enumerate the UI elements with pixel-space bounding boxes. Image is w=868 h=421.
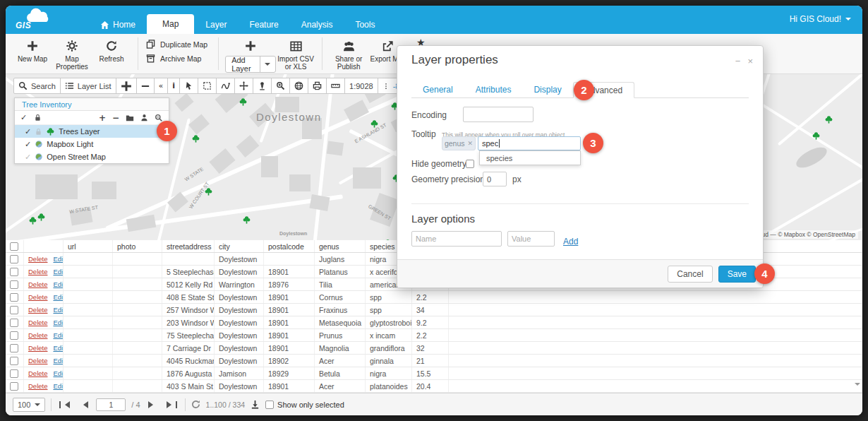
geometry-precision-input[interactable]: 0 — [483, 172, 507, 186]
tree-marker[interactable] — [812, 131, 824, 143]
column-header-genus[interactable]: genus — [315, 240, 366, 252]
delete-link[interactable]: Delete — [28, 319, 47, 326]
row-checkbox[interactable] — [10, 255, 18, 263]
lock-icon[interactable] — [35, 128, 42, 136]
edit-link[interactable]: Edit — [53, 306, 64, 314]
delete-link[interactable]: Delete — [28, 382, 47, 390]
minimize-icon[interactable]: − — [735, 56, 741, 66]
zoom-in-button[interactable] — [116, 78, 137, 94]
show-only-selected-checkbox[interactable] — [265, 401, 274, 409]
prev-page-button[interactable] — [78, 401, 90, 408]
row-checkbox[interactable] — [10, 344, 18, 352]
check-all-icon[interactable]: ✓ — [20, 113, 27, 122]
nav-tools[interactable]: Tools — [344, 16, 386, 34]
map-scale[interactable]: 1:9028 — [344, 78, 378, 94]
tab-display[interactable]: Display — [522, 82, 572, 98]
edit-link[interactable]: Edit — [53, 280, 64, 288]
row-checkbox[interactable] — [10, 293, 18, 302]
tree-marker[interactable] — [824, 114, 836, 126]
tree-marker[interactable] — [191, 134, 203, 146]
delete-link[interactable]: Delete — [28, 331, 47, 339]
draw-tool-button[interactable] — [216, 78, 235, 94]
nav-analysis[interactable]: Analysis — [290, 16, 344, 34]
layer-item-open-street-map[interactable]: ✓Open Street Map — [15, 150, 169, 163]
tab-general[interactable]: General — [411, 82, 464, 98]
zoom-out-button[interactable] — [136, 78, 155, 94]
map-properties-button[interactable]: Map Properties — [52, 39, 92, 71]
row-checkbox[interactable] — [10, 306, 18, 314]
encoding-input[interactable] — [463, 107, 534, 122]
tree-marker[interactable] — [242, 215, 254, 227]
show-only-selected-toggle[interactable]: Show only selected — [265, 401, 344, 409]
delete-link[interactable]: Delete — [28, 306, 47, 314]
row-checkbox[interactable] — [10, 369, 18, 378]
close-icon[interactable]: × — [747, 56, 753, 66]
tree-marker[interactable] — [383, 238, 395, 240]
tooltip-tag-genus[interactable]: genus ✕ — [442, 136, 476, 150]
last-page-button[interactable] — [164, 401, 179, 408]
archive-map-button[interactable]: Archive Map — [146, 54, 207, 63]
row-checkbox[interactable] — [10, 319, 18, 327]
edit-link[interactable]: Edit — [53, 268, 64, 275]
zoom-area-button[interactable] — [271, 78, 290, 94]
edit-link[interactable]: Edit — [53, 382, 64, 390]
layer-item-mapbox-light[interactable]: ✓Mapbox Light — [15, 138, 169, 150]
nav-home[interactable]: Home — [89, 16, 147, 34]
measure-button[interactable] — [326, 78, 345, 94]
new-map-button[interactable]: New Map — [13, 39, 52, 63]
column-header-photo[interactable]: photo — [113, 240, 162, 252]
full-extent-button[interactable] — [289, 78, 308, 94]
user-menu[interactable]: Hi GIS Cloud! — [790, 14, 851, 24]
delete-link[interactable]: Delete — [28, 293, 47, 301]
import-csv-or-xls-button[interactable]: Import CSV or XLS — [276, 39, 315, 71]
add-layer-button[interactable]: Add Layer — [225, 39, 276, 73]
search-button[interactable]: Search — [13, 78, 61, 94]
save-button[interactable]: Save — [718, 266, 756, 283]
edit-link[interactable]: Edit — [53, 344, 64, 352]
edit-link[interactable]: Edit — [53, 255, 64, 263]
column-header-city[interactable]: city — [215, 240, 264, 252]
edit-link[interactable]: Edit — [53, 331, 64, 339]
row-checkbox[interactable] — [10, 357, 18, 365]
select-all-checkbox[interactable] — [10, 242, 18, 251]
page-number-input[interactable]: 1 — [96, 398, 126, 411]
tree-marker[interactable] — [37, 212, 49, 224]
edit-link[interactable]: Edit — [53, 293, 64, 301]
pan-tool-button[interactable] — [234, 78, 253, 94]
delete-link[interactable]: Delete — [28, 357, 47, 364]
page-size-select[interactable]: 100 — [13, 398, 45, 412]
row-checkbox[interactable] — [10, 331, 18, 340]
table-scroll-down-icon[interactable] — [855, 383, 860, 389]
duplicate-map-button[interactable]: Duplicate Map — [146, 40, 207, 49]
refresh-button[interactable]: Refresh — [92, 39, 131, 63]
print-button[interactable] — [308, 78, 327, 94]
delete-link[interactable]: Delete — [28, 369, 47, 377]
nav-feature[interactable]: Feature — [238, 16, 289, 34]
delete-link[interactable]: Delete — [28, 255, 47, 263]
collapse-toolbar-button[interactable]: « — [154, 78, 169, 94]
tooltip-input[interactable]: spec — [478, 136, 581, 150]
column-header-streetaddress[interactable]: streetaddress — [162, 240, 215, 252]
remove-tag-icon[interactable]: ✕ — [468, 140, 474, 147]
edit-link[interactable]: Edit — [53, 357, 64, 364]
select-tool-button[interactable] — [179, 78, 198, 94]
info-button[interactable]: i — [167, 78, 180, 94]
share-or-publish-button[interactable]: Share or Publish — [329, 39, 368, 71]
delete-link[interactable]: Delete — [28, 280, 47, 288]
edit-link[interactable]: Edit — [53, 319, 64, 326]
option-value-input[interactable]: Value — [507, 231, 555, 247]
layer-list-button[interactable]: Layer List — [60, 78, 116, 94]
delete-link[interactable]: Delete — [28, 268, 47, 275]
refresh-table-icon[interactable] — [191, 400, 200, 409]
layer-visibility-checkbox[interactable]: ✓ — [25, 127, 31, 136]
share-layer-icon[interactable] — [140, 114, 148, 121]
row-checkbox[interactable] — [10, 280, 18, 289]
column-header-url[interactable]: url — [64, 240, 113, 252]
row-checkbox[interactable] — [10, 268, 18, 276]
nav-map[interactable]: Map — [147, 14, 194, 34]
autocomplete-suggestion[interactable]: species — [479, 150, 581, 165]
remove-layer-icon[interactable]: − — [112, 113, 119, 123]
first-page-button[interactable] — [57, 401, 72, 408]
edit-link[interactable]: Edit — [53, 369, 64, 377]
box-select-button[interactable] — [198, 78, 217, 94]
